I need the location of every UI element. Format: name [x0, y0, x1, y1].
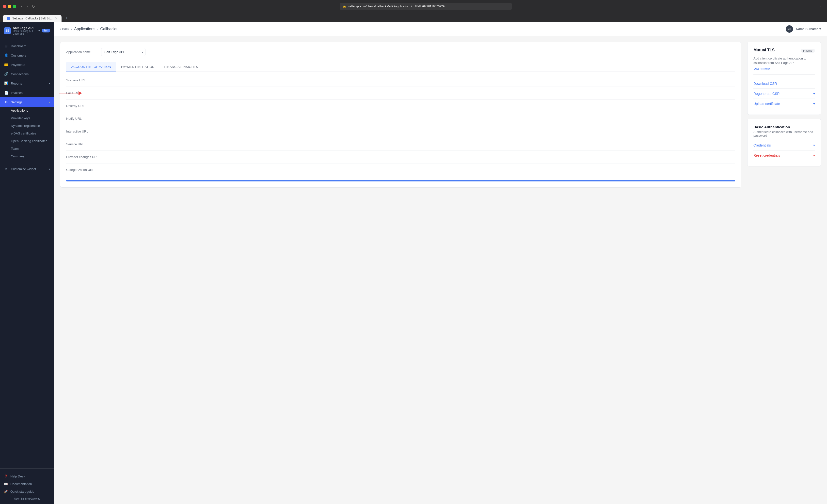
sidebar-item-payments[interactable]: 💳 Payments	[0, 60, 54, 69]
upload-certificate-action[interactable]: Upload certificate ▾	[753, 99, 815, 109]
sidebar-item-company[interactable]: Company	[0, 153, 54, 160]
reset-credentials-action[interactable]: Reset credentials ▾	[753, 151, 815, 160]
sidebar-item-reports[interactable]: 📊 Reports ▾	[0, 79, 54, 88]
learn-more-link[interactable]: Learn more	[753, 67, 770, 70]
user-name[interactable]: Name Surname ▾	[796, 27, 821, 31]
sidebar-item-invoices[interactable]: 📄 Invoices	[0, 88, 54, 97]
credentials-action[interactable]: Credentials ▾	[753, 141, 815, 151]
breadcrumb-current: Callbacks	[100, 27, 117, 31]
brand-info: Salt Edge API Open Banking API | Client …	[13, 26, 37, 35]
sidebar-item-settings[interactable]: ⚙ Settings ▴	[0, 97, 54, 107]
dashboard-icon: ⊞	[4, 44, 8, 48]
browser-chrome: ‹ › ↻ 🔒 saltedge.com/clients/callbacks/e…	[0, 0, 827, 13]
sidebar-item-customize-widget[interactable]: ✏ Customize widget ▾	[0, 164, 54, 174]
sidebar-item-applications[interactable]: Applications	[0, 107, 54, 114]
app-name-label: Application name	[66, 50, 98, 54]
back-arrow-icon: ‹	[60, 27, 61, 31]
regenerate-csr-chevron-icon: ▾	[813, 92, 815, 96]
sidebar-item-eidas-certificates[interactable]: eIDAS certificates	[0, 129, 54, 137]
url-field-provider-changes: Provider changes URL	[66, 151, 735, 164]
sub-nav-label: Open Banking certificates	[11, 139, 47, 143]
connections-icon: 🔗	[4, 72, 8, 76]
mutual-tls-header: Mutual TLS Inactive	[753, 48, 815, 53]
sidebar-item-quick-start-guide[interactable]: 🚀 Quick start guide	[4, 488, 50, 495]
sidebar-item-label: Invoices	[11, 91, 50, 95]
sidebar-item-dynamic-registration[interactable]: Dynamic registration	[0, 122, 54, 129]
sidebar-item-help-desk[interactable]: ❓ Help Desk	[4, 472, 50, 480]
url-field-success: Success URL	[66, 74, 735, 87]
success-url-input[interactable]	[110, 78, 735, 82]
sidebar: SE Salt Edge API Open Banking API | Clie…	[0, 22, 54, 504]
credentials-chevron-icon: ▾	[813, 143, 815, 147]
sidebar-item-customers[interactable]: 👤 Customers	[0, 51, 54, 60]
regenerate-csr-action[interactable]: Regenerate CSR ▾	[753, 89, 815, 99]
sidebar-item-team[interactable]: Team	[0, 145, 54, 153]
breadcrumb-separator: /	[71, 27, 72, 31]
user-chevron-icon: ▾	[819, 27, 821, 31]
reports-chevron-icon: ▾	[49, 82, 50, 85]
basic-auth-title: Basic Authentication	[753, 125, 815, 129]
close-button[interactable]	[3, 5, 6, 8]
inactive-badge: Inactive	[801, 49, 815, 53]
forward-nav-button[interactable]: ›	[26, 3, 29, 10]
new-tab-button[interactable]: +	[62, 14, 70, 22]
reload-button[interactable]: ↻	[31, 3, 36, 10]
brand-chevron-icon[interactable]: ▾	[38, 29, 40, 33]
content-area: Application name Salt Edge API ▾ ACCOUNT…	[54, 36, 827, 504]
back-link[interactable]: ‹ Back	[60, 27, 69, 31]
more-options-button[interactable]: ⋮	[818, 3, 824, 10]
sidebar-item-label: Dashboard	[11, 44, 50, 48]
maximize-button[interactable]	[13, 5, 16, 8]
sidebar-item-provider-keys[interactable]: Provider keys	[0, 114, 54, 122]
main-card: Application name Salt Edge API ▾ ACCOUNT…	[60, 42, 741, 187]
sidebar-header: SE Salt Edge API Open Banking API | Clie…	[0, 22, 54, 39]
destroy-url-input[interactable]	[110, 104, 735, 108]
categorization-url-input[interactable]	[110, 168, 735, 172]
traffic-lights	[3, 5, 16, 8]
download-csr-action[interactable]: Download CSR	[753, 79, 815, 89]
fail-url-input[interactable]	[110, 91, 735, 95]
main-content: ‹ Back / Applications / Callbacks NS Nam…	[54, 22, 827, 504]
service-url-input[interactable]	[110, 143, 735, 146]
url-display: saltedge.com/clients/callbacks/edit?appl…	[348, 5, 509, 8]
notify-url-input[interactable]	[110, 117, 735, 120]
nav-controls: ‹ › ↻	[20, 3, 36, 10]
tab-payment-initiation[interactable]: PAYMENT INITIATION	[116, 62, 159, 72]
app-name-select[interactable]: Salt Edge API	[101, 48, 145, 56]
app-name-section: Application name Salt Edge API ▾	[66, 48, 735, 56]
sidebar-item-open-banking-certificates[interactable]: Open Banking certificates	[0, 137, 54, 145]
sidebar-item-connections[interactable]: 🔗 Connections	[0, 69, 54, 79]
sidebar-item-dashboard[interactable]: ⊞ Dashboard	[0, 41, 54, 51]
user-avatar: NS	[786, 25, 793, 33]
breadcrumb-separator: /	[97, 27, 98, 31]
tab-close-button[interactable]: ✕	[55, 16, 58, 20]
regenerate-csr-label: Regenerate CSR	[753, 92, 780, 96]
help-icon: ❓	[4, 474, 8, 478]
provider-changes-url-input[interactable]	[110, 155, 735, 159]
address-bar[interactable]: 🔒 saltedge.com/clients/callbacks/edit?ap…	[340, 3, 512, 10]
tab-account-information[interactable]: ACCOUNT INFORMATION	[66, 62, 116, 72]
upload-certificate-chevron-icon: ▾	[813, 102, 815, 106]
customers-icon: 👤	[4, 53, 8, 58]
app-logo: SE	[4, 27, 11, 34]
sidebar-item-documentation[interactable]: 📖 Documentation	[4, 480, 50, 488]
quick-start-icon: 🚀	[4, 490, 8, 493]
arrow-line	[59, 93, 79, 94]
interactive-url-input[interactable]	[110, 129, 735, 133]
back-nav-button[interactable]: ‹	[20, 3, 23, 10]
interactive-url-label: Interactive URL	[66, 129, 110, 133]
breadcrumb-applications[interactable]: Applications	[74, 27, 95, 31]
categorization-url-label: Categorization URL	[66, 168, 110, 172]
active-tab[interactable]: Settings | Callbacks | Salt Ed... ✕	[3, 15, 61, 22]
sidebar-nav: ⊞ Dashboard 👤 Customers 💳 Payments 🔗 Con…	[0, 39, 54, 468]
arrow-head	[79, 91, 82, 95]
save-bar	[66, 180, 735, 181]
settings-chevron-icon: ▴	[49, 101, 50, 104]
nav-divider	[4, 162, 50, 162]
sidebar-item-label: Payments	[11, 63, 50, 67]
tab-financial-insights[interactable]: FINANCIAL INSIGHTS	[159, 62, 203, 72]
url-field-destroy: Destroy URL	[66, 100, 735, 112]
minimize-button[interactable]	[8, 5, 11, 8]
footer-item-label: Quick start guide	[10, 490, 35, 493]
basic-auth-card: Basic Authentication Authenticate callba…	[747, 119, 821, 166]
